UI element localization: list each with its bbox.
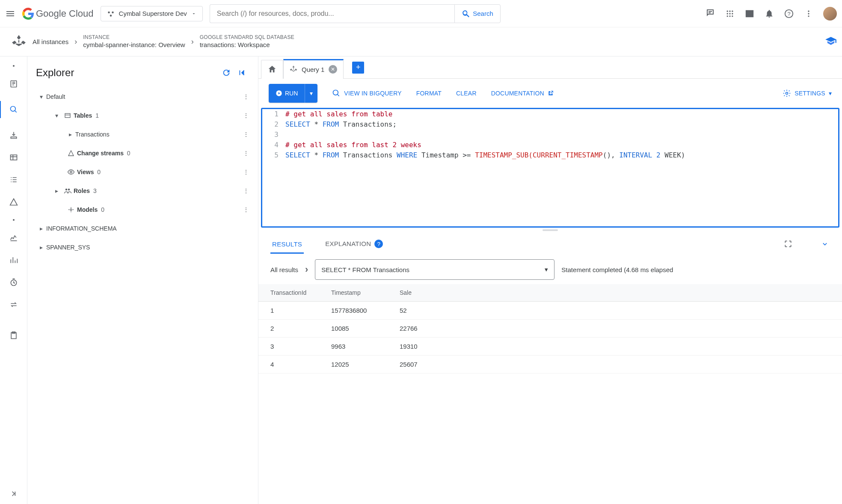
menu-icon[interactable] <box>5 9 15 19</box>
clear-button[interactable]: CLEAR <box>456 90 477 97</box>
rail-import-icon[interactable] <box>9 130 19 140</box>
notifications-icon[interactable] <box>764 9 774 19</box>
gcloud-logo[interactable]: Google Cloud <box>22 8 94 20</box>
refresh-icon[interactable] <box>219 65 234 80</box>
project-selector[interactable]: Cymbal Superstore Dev <box>101 6 203 21</box>
collapse-left-icon[interactable] <box>234 65 249 80</box>
rail-alert-icon[interactable] <box>9 197 19 207</box>
svg-point-27 <box>70 209 72 210</box>
tree-tables[interactable]: ▾ Tables 1 ⋮ <box>31 106 255 125</box>
column-header[interactable]: TransactionId <box>258 284 323 302</box>
table-cell: 19310 <box>391 338 842 356</box>
assist-icon[interactable] <box>705 9 715 19</box>
more-icon[interactable]: ⋮ <box>241 169 251 175</box>
tree-default[interactable]: ▾ Default ⋮ <box>31 87 255 106</box>
more-icon[interactable]: ⋮ <box>241 93 251 100</box>
tab-label: Query 1 <box>302 66 324 73</box>
search-input[interactable] <box>210 4 454 23</box>
more-icon[interactable]: ⋮ <box>241 131 251 138</box>
more-icon[interactable]: ⋮ <box>241 187 251 194</box>
bigquery-icon <box>332 89 341 98</box>
rail-monitoring-icon[interactable] <box>9 233 19 243</box>
tree-info-schema[interactable]: ▸ INFORMATION_SCHEMA <box>31 219 255 238</box>
chevron-right-icon: › <box>191 37 194 46</box>
results-tabs: RESULTS EXPLANATION? <box>258 233 842 255</box>
breadcrumb-bar: All instances › INSTANCE cymbal-spanner-… <box>0 27 842 56</box>
caret-right-icon: ▸ <box>36 225 46 232</box>
add-tab-button[interactable]: + <box>352 62 364 74</box>
tree-models[interactable]: Models 0 ⋮ <box>31 200 255 219</box>
more-icon[interactable]: ⋮ <box>241 150 251 157</box>
header-icons: ? <box>705 7 837 21</box>
tree-transactions[interactable]: ▸ Transactions ⋮ <box>31 125 255 144</box>
table-row[interactable]: 41202525607 <box>258 356 842 374</box>
run-dropdown[interactable]: ▾ <box>305 84 317 103</box>
close-icon[interactable]: ✕ <box>329 65 337 74</box>
rail-tables-icon[interactable] <box>9 152 19 163</box>
tree-spanner-sys[interactable]: ▸ SPANNER_SYS <box>31 238 255 257</box>
table-row[interactable]: 1157783680052 <box>258 302 842 320</box>
tree-roles[interactable]: ▸ Roles 3 ⋮ <box>31 181 255 200</box>
tree-views[interactable]: Views 0 ⋮ <box>31 163 255 181</box>
rail-insights-icon[interactable] <box>9 255 19 265</box>
tab-explanation[interactable]: EXPLANATION? <box>323 234 385 254</box>
breadcrumb-database[interactable]: GOOGLE STANDARD SQL DATABASE transaction… <box>200 34 294 49</box>
svg-point-4 <box>729 10 730 12</box>
apps-icon[interactable] <box>725 9 735 19</box>
rail-dot <box>13 219 15 221</box>
fullscreen-icon[interactable] <box>783 239 793 249</box>
settings-button[interactable]: SETTINGS ▾ <box>783 89 832 98</box>
explorer-panel: Explorer ▾ Default ⋮ ▾ Tables 1 ⋮ ▸ Tran… <box>27 56 258 504</box>
svg-point-15 <box>808 13 809 14</box>
view-in-bigquery-button[interactable]: VIEW IN BIGQUERY <box>332 89 401 98</box>
table-row[interactable]: 3996319310 <box>258 338 842 356</box>
rail-list-icon[interactable] <box>9 175 19 185</box>
avatar[interactable] <box>823 7 837 21</box>
tab-home[interactable] <box>261 60 283 79</box>
caret-right-icon: ▸ <box>36 244 46 251</box>
expand-icon[interactable] <box>820 239 830 249</box>
rail-timer-icon[interactable] <box>9 277 19 288</box>
search-button[interactable]: Search <box>454 4 501 23</box>
rail-overview-icon[interactable] <box>9 79 19 89</box>
format-button[interactable]: FORMAT <box>416 90 442 97</box>
table-cell: 2 <box>258 320 323 338</box>
column-header[interactable]: Sale <box>391 284 842 302</box>
svg-point-11 <box>732 15 733 17</box>
help-icon[interactable]: ? <box>784 9 794 19</box>
column-header[interactable]: Timestamp <box>323 284 391 302</box>
all-results-label: All results <box>270 266 298 273</box>
table-cell: 4 <box>258 356 323 374</box>
svg-rect-19 <box>10 155 17 160</box>
table-icon <box>62 112 74 119</box>
rail-collapse-icon[interactable] <box>9 489 19 499</box>
run-button[interactable]: RUN <box>269 90 305 97</box>
svg-point-25 <box>65 189 68 191</box>
rail-transfer-icon[interactable] <box>9 299 19 310</box>
cloud-shell-icon[interactable] <box>744 9 755 19</box>
breadcrumb-root[interactable]: All instances <box>33 38 68 45</box>
roles-icon <box>62 187 74 195</box>
more-icon[interactable]: ⋮ <box>241 112 251 119</box>
rail-query-icon[interactable] <box>9 104 19 115</box>
tab-results[interactable]: RESULTS <box>270 234 304 254</box>
breadcrumb-instance[interactable]: INSTANCE cymbal-spanner-instance: Overvi… <box>83 34 185 49</box>
resize-handle[interactable] <box>258 228 842 233</box>
table-cell: 9963 <box>323 338 391 356</box>
more-icon[interactable]: ⋮ <box>241 206 251 213</box>
top-header: Google Cloud Cymbal Superstore Dev Searc… <box>0 0 842 27</box>
documentation-button[interactable]: DOCUMENTATION <box>491 90 554 97</box>
caret-down-icon: ▾ <box>51 112 62 119</box>
table-cell: 1 <box>258 302 323 320</box>
statement-select[interactable]: SELECT * FROM Transactions ▾ <box>315 259 554 280</box>
gear-icon <box>783 89 791 98</box>
rail-clipboard-icon[interactable] <box>9 330 19 341</box>
learn-icon[interactable] <box>825 36 837 48</box>
tab-query-1[interactable]: Query 1 ✕ <box>283 59 344 79</box>
tree-change-streams[interactable]: Change streams 0 ⋮ <box>31 144 255 163</box>
more-icon[interactable] <box>803 9 814 19</box>
caret-down-icon: ▾ <box>545 266 548 273</box>
table-row[interactable]: 21008522766 <box>258 320 842 338</box>
sql-editor[interactable]: 1# get all sales from table 2SELECT * FR… <box>261 108 839 228</box>
chevron-right-icon: › <box>74 37 77 46</box>
